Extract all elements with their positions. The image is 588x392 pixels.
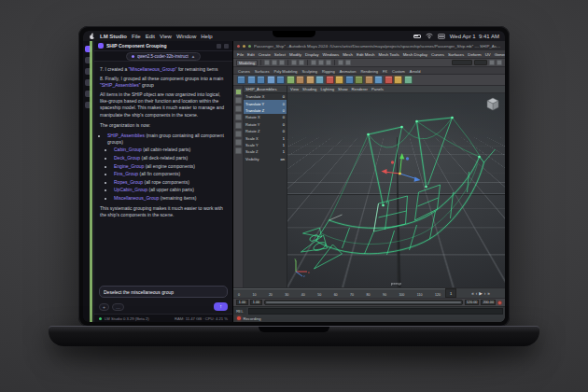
shelf-icon[interactable]	[315, 76, 324, 84]
ship-wireframe-model[interactable]	[287, 93, 505, 287]
shelf-icon[interactable]	[385, 76, 393, 84]
maya-menu-item[interactable]: Deform	[468, 52, 481, 57]
paint-select-tool-icon[interactable]	[235, 105, 242, 112]
auto-keyframe-toggle[interactable]	[497, 301, 502, 305]
scale-tool-icon[interactable]	[235, 131, 242, 137]
channel-row[interactable]: Translate Y 0	[244, 100, 287, 106]
shelf-icon[interactable]	[355, 76, 363, 84]
shelf-tab[interactable]: Curves	[238, 69, 250, 74]
input-field[interactable]	[474, 60, 487, 65]
maya-menu-item[interactable]: Windows	[322, 52, 339, 57]
shelf-icon[interactable]	[257, 76, 265, 84]
snap-point-icon[interactable]	[326, 60, 331, 65]
shelf-tab[interactable]: FX	[383, 69, 387, 74]
viewport-menu-item[interactable]: Lighting	[320, 87, 334, 91]
new-chat-icon[interactable]	[217, 44, 221, 49]
shelf-tab[interactable]: Animation	[340, 69, 357, 74]
menubar-app-name[interactable]: LM Studio	[100, 34, 127, 39]
shelf-icon[interactable]	[374, 76, 383, 84]
snap-curve-icon[interactable]	[318, 60, 324, 65]
minimize-window-button[interactable]	[243, 45, 245, 48]
shelf-tab[interactable]: Custom	[392, 69, 405, 74]
sidebar-channelbox-icon[interactable]	[489, 60, 495, 65]
apple-menu-icon[interactable]	[89, 33, 95, 40]
selection-field[interactable]	[452, 60, 472, 65]
channel-row[interactable]: Translate X 0	[244, 93, 287, 100]
maya-menu-item[interactable]: Curves	[431, 52, 444, 57]
channel-row[interactable]: Scale X 1	[244, 134, 287, 141]
shelf-icon[interactable]	[276, 76, 285, 84]
range-slider[interactable]	[264, 300, 463, 305]
viewport-menu-item[interactable]: Panels	[371, 87, 384, 91]
redo-icon[interactable]	[299, 60, 304, 65]
maya-menu-item[interactable]: Edit Mesh	[357, 52, 375, 57]
viewport-menu-item[interactable]: Renderer	[352, 87, 368, 91]
sidebar-attribute-editor-icon[interactable]	[497, 60, 502, 65]
viewport-menu-item[interactable]: Show	[338, 87, 347, 91]
channel-row[interactable]: Rotate X 0	[244, 114, 287, 120]
open-scene-icon[interactable]	[272, 60, 277, 65]
shelf-icon[interactable]	[335, 76, 343, 84]
shelf-tab[interactable]: Surfaces	[255, 69, 270, 74]
menubar-item[interactable]: View	[160, 34, 172, 39]
eject-model-icon[interactable]: ▲	[191, 54, 195, 59]
shelf-icon[interactable]	[296, 76, 304, 84]
maya-menu-item[interactable]: Edit	[247, 52, 255, 57]
shelf-tab[interactable]: Rendering	[360, 69, 377, 74]
shelf-icon[interactable]	[365, 76, 373, 84]
close-window-button[interactable]	[237, 45, 240, 48]
chat-transcript[interactable]: 7. I created a "Miscellaneous_Group" for…	[94, 62, 232, 283]
current-frame-marker[interactable]	[90, 31, 92, 322]
ipr-render-icon[interactable]	[345, 60, 351, 65]
shelf-tab[interactable]: Arnold	[410, 69, 421, 74]
perspective-viewport[interactable]: ViewShadingLightingShowRendererPanels	[287, 86, 505, 287]
shelf-icon[interactable]	[287, 76, 295, 84]
move-tool-icon[interactable]	[235, 114, 242, 120]
play-button[interactable]: ▶	[479, 291, 483, 296]
snap-grid-icon[interactable]	[311, 60, 316, 65]
new-scene-icon[interactable]	[264, 60, 270, 65]
shelf-icon[interactable]	[326, 76, 334, 84]
shelf-icon[interactable]	[267, 76, 275, 84]
menu-set-dropdown[interactable]: Modeling	[236, 60, 258, 66]
viewport-menu-item[interactable]: View	[290, 87, 299, 91]
channel-row[interactable]: Visibility on	[244, 156, 287, 162]
control-center-icon[interactable]	[438, 34, 445, 39]
view-cube[interactable]	[483, 96, 502, 115]
send-button[interactable]: ↑	[214, 302, 228, 311]
menubar-item[interactable]: Window	[176, 34, 196, 39]
maya-menu-item[interactable]: Select	[274, 52, 286, 57]
select-tool-icon[interactable]	[235, 89, 242, 95]
time-slider[interactable]: 0102030405060708090100110120 1 « ‹ ▶ › »	[233, 287, 505, 298]
shelf-icon[interactable]	[247, 76, 256, 84]
channel-row[interactable]: Rotate Y 0	[244, 121, 287, 128]
maya-menu-item[interactable]: Generate	[495, 52, 505, 57]
maya-menu-item[interactable]: Mesh	[343, 52, 353, 57]
step-forward-button[interactable]: ›	[484, 291, 486, 296]
shelf-icon[interactable]	[404, 76, 413, 84]
menubar-clock[interactable]: Wed Apr 1 9:41 AM	[450, 34, 499, 39]
maya-menu-item[interactable]: Display	[305, 52, 318, 57]
channel-row[interactable]: Rotate Z 0	[244, 128, 287, 134]
playback-end-field[interactable]: 120.00	[465, 300, 480, 305]
more-options-button[interactable]: …	[112, 303, 124, 311]
loaded-model-pill[interactable]: qwen2.5-coder-32b-instruct ▲	[126, 52, 201, 61]
menubar-item[interactable]: Edit	[146, 34, 155, 39]
shelf-icon[interactable]	[394, 76, 402, 84]
channel-row[interactable]: Scale Z 1	[244, 148, 287, 155]
render-icon[interactable]	[338, 60, 343, 65]
current-frame-field[interactable]: 1	[445, 288, 456, 298]
maya-menu-item[interactable]: Mesh Tools	[378, 52, 399, 57]
maya-menu-item[interactable]: File	[237, 52, 244, 57]
move-manipulator[interactable]	[382, 153, 421, 182]
playback-start-field[interactable]: 1.00	[250, 300, 262, 305]
sidebar-toggle-icon[interactable]	[224, 44, 229, 49]
maya-menu-item[interactable]: Mesh Display	[403, 52, 427, 57]
shelf-icon[interactable]	[345, 76, 354, 84]
command-language-label[interactable]: MEL	[233, 307, 246, 315]
shelf-icon[interactable]	[306, 76, 315, 84]
viewport-menu-item[interactable]: Shading	[302, 87, 316, 91]
step-back-button[interactable]: ‹	[476, 291, 478, 296]
command-line-input[interactable]	[248, 308, 503, 315]
shelf-tab[interactable]: Poly Modeling	[273, 69, 297, 74]
